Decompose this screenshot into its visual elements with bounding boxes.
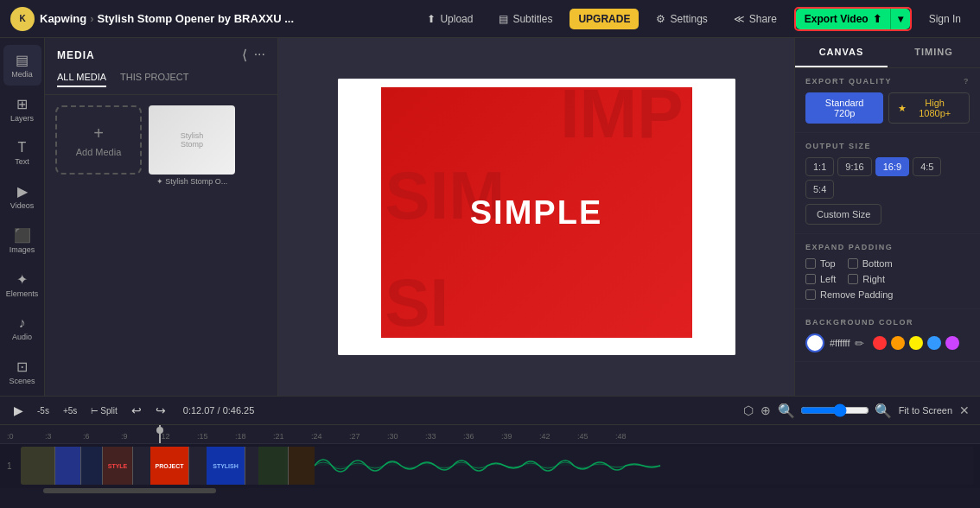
- export-button[interactable]: Export Video ⬆: [796, 9, 890, 29]
- images-icon: ⬛: [14, 227, 31, 244]
- size-9x16-button[interactable]: 9:16: [837, 157, 871, 176]
- output-size-section: OUTPUT SIZE 1:1 9:16 16:9 4:5 5:4 Custom…: [795, 133, 980, 234]
- undo-button[interactable]: ↩: [128, 402, 145, 419]
- layers-icon: ⊞: [16, 96, 28, 112]
- track-thumb-10: [258, 447, 289, 485]
- color-dot-yellow[interactable]: [909, 336, 923, 350]
- size-1x1-button[interactable]: 1:1: [805, 157, 834, 176]
- timeline-scroll-thumb[interactable]: [43, 488, 216, 493]
- upload-button[interactable]: ⬆ Upload: [418, 9, 481, 29]
- track-waveform-area: [315, 447, 973, 485]
- custom-size-button[interactable]: Custom Size: [805, 204, 881, 225]
- color-dot-orange[interactable]: [891, 336, 905, 350]
- canvas-red-box: IMP SIM SI SIMPLE: [381, 87, 692, 338]
- tab-canvas[interactable]: CANVAS: [795, 38, 888, 67]
- tab-all-media[interactable]: ALL MEDIA: [57, 72, 106, 87]
- forward-5s-button[interactable]: +5s: [60, 404, 80, 417]
- color-dot-purple[interactable]: [945, 336, 959, 350]
- tab-this-project[interactable]: THIS PROJECT: [120, 72, 188, 87]
- background-color-section: BACKGROUND COLOR #ffffff ✏: [795, 309, 980, 362]
- media-grid: + Add Media StylishStomp ✦ Stylish Stomp…: [45, 95, 277, 196]
- sidebar-item-media[interactable]: ▤ Media: [3, 45, 41, 86]
- zoom-slider[interactable]: [800, 403, 869, 417]
- sidebar-item-scenes[interactable]: ⊡ Scenes: [3, 352, 41, 392]
- text-icon: T: [18, 140, 27, 156]
- share-button[interactable]: ≪ Share: [725, 9, 786, 29]
- signin-button[interactable]: Sign In: [920, 9, 970, 29]
- export-dropdown-button[interactable]: ▾: [890, 9, 910, 29]
- track-thumb-4: STYLE: [103, 447, 133, 485]
- pen-icon[interactable]: ✏: [855, 337, 864, 350]
- zoom-controls: 🔍 🔍: [778, 403, 892, 419]
- bg-letter-imp: IMP: [560, 87, 683, 154]
- settings-button[interactable]: ⚙ Settings: [647, 9, 716, 29]
- scenes-icon: ⊡: [16, 359, 28, 375]
- padding-top-check[interactable]: Top: [805, 258, 836, 269]
- split-button[interactable]: ⊢ Split: [87, 404, 120, 417]
- timeline-tracks: 1 STYLE PROJECT STYLISH: [0, 444, 980, 495]
- track-thumb-7: [189, 447, 207, 485]
- quality-standard-button[interactable]: Standard 720p: [805, 92, 883, 124]
- plus-icon: +: [93, 124, 104, 143]
- sidebar-item-videos[interactable]: ▶ Videos: [3, 176, 41, 217]
- more-icon[interactable]: ⟨: [242, 47, 247, 63]
- size-16x9-button[interactable]: 16:9: [875, 157, 909, 176]
- padding-bottom-check[interactable]: Bottom: [848, 258, 893, 269]
- bg-color-hex: #ffffff: [830, 338, 850, 348]
- redo-button[interactable]: ↪: [152, 402, 169, 419]
- play-button[interactable]: ▶: [10, 402, 27, 419]
- size-5x4-button[interactable]: 5:4: [805, 180, 834, 199]
- tab-timing[interactable]: TIMING: [888, 38, 980, 67]
- track-thumb-5: [133, 447, 150, 485]
- zoom-out-icon[interactable]: 🔍: [778, 403, 795, 419]
- close-media-icon[interactable]: ···: [254, 47, 265, 63]
- panel-tabs: CANVAS TIMING: [795, 38, 980, 68]
- remove-padding-button[interactable]: Remove Padding: [805, 289, 970, 300]
- help-icon[interactable]: ?: [964, 77, 970, 86]
- add-media-button[interactable]: + Add Media: [55, 105, 142, 175]
- track-content[interactable]: STYLE PROJECT STYLISH: [21, 447, 973, 485]
- media-header: MEDIA ⟨ ···: [45, 38, 277, 68]
- timeline-controls: ▶ -5s +5s ⊢ Split ↩ ↪ 0:12.07 / 0:46.25 …: [0, 397, 980, 425]
- quality-high-button[interactable]: ★ High 1080p+: [888, 92, 970, 124]
- media-item[interactable]: StylishStomp ✦ Stylish Stomp O...: [149, 105, 235, 186]
- close-timeline-button[interactable]: ✕: [959, 403, 970, 417]
- fit-to-screen-button[interactable]: Fit to Screen: [899, 405, 952, 416]
- rewind-5s-button[interactable]: -5s: [34, 404, 53, 417]
- ruler-mark-36: :36: [463, 432, 474, 441]
- split-track-icon[interactable]: ⊕: [760, 403, 771, 417]
- upgrade-button[interactable]: UPGRADE: [570, 9, 639, 29]
- playhead-line: [159, 425, 161, 444]
- size-4x5-button[interactable]: 4:5: [913, 157, 941, 176]
- padding-left-check[interactable]: Left: [805, 274, 836, 284]
- media-panel: MEDIA ⟨ ··· ALL MEDIA THIS PROJECT + Add…: [45, 38, 278, 396]
- subtitles-button[interactable]: ▤ Subtitles: [490, 9, 561, 29]
- padding-right-check[interactable]: Right: [848, 274, 885, 284]
- expand-padding-label: EXPAND PADDING: [805, 243, 970, 251]
- color-dot-blue[interactable]: [927, 336, 941, 350]
- track-thumb-11: [289, 447, 315, 485]
- bg-color-row: #ffffff ✏: [805, 333, 970, 352]
- ruler-mark-24: :24: [311, 432, 322, 441]
- subtitles-icon: ▤: [499, 13, 508, 25]
- ruler-mark-3: :3: [45, 432, 52, 441]
- bg-letter-si: SI: [385, 264, 449, 338]
- sidebar-item-elements[interactable]: ✦ Elements: [3, 264, 41, 305]
- timeline-scrollbar[interactable]: [0, 488, 980, 495]
- sidebar-item-images[interactable]: ⬛ Images: [3, 220, 41, 261]
- zoom-in-icon[interactable]: 🔍: [875, 403, 892, 419]
- bg-color-label: BACKGROUND COLOR: [805, 318, 970, 327]
- bg-color-swatch[interactable]: [805, 333, 824, 352]
- color-dot-red[interactable]: [873, 336, 887, 350]
- timeline: ▶ -5s +5s ⊢ Split ↩ ↪ 0:12.07 / 0:46.25 …: [0, 396, 980, 508]
- playhead-head: [156, 427, 163, 434]
- sidebar-item-text[interactable]: T Text: [3, 133, 41, 173]
- sidebar-item-audio[interactable]: ♪ Audio: [3, 308, 41, 348]
- sidebar-item-layers[interactable]: ⊞ Layers: [3, 89, 41, 130]
- checkbox-top: [805, 258, 816, 269]
- track-thumb-1: [21, 447, 55, 485]
- ruler-mark-21: :21: [273, 432, 284, 441]
- color-dots: [873, 336, 959, 350]
- logo[interactable]: K Kapwing›Stylish Stomp Opener by BRAXXU…: [10, 7, 294, 31]
- media-item-label: ✦ Stylish Stomp O...: [149, 177, 235, 186]
